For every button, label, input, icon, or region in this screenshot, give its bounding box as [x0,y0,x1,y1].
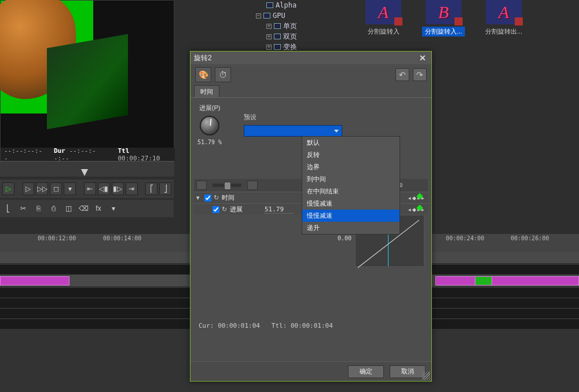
cancel-button[interactable]: 取消 [390,365,426,378]
paste-button[interactable]: ⎙ [47,203,59,214]
transport-bar: ▷ ▷ ▷▷ ◻ ▾ ⇤ ◁▮ ▮▷ ⇥ ⎡ ⎦ [0,179,174,198]
kf-progress-value[interactable]: 51.79 [265,206,294,214]
preset-label: 分割旋转入 [362,27,405,36]
expand-icon[interactable]: + [266,45,272,50]
playhead-icon[interactable] [81,169,88,176]
preset-option[interactable]: 边界 [302,161,400,173]
preset-letter: A [365,0,401,24]
preset-option[interactable]: 递升 [302,222,400,234]
scale-bot: 0.00 [319,235,351,241]
delete-button[interactable]: ⌫ [78,203,89,214]
fast-forward-button[interactable]: ▷▷ [36,182,48,195]
title-preset-item[interactable]: A 分割旋转入 [362,0,405,43]
preview-tc-left: --:--:--:-- [4,147,43,162]
loop-icon[interactable]: ↻ [222,206,230,213]
step-fwd-button[interactable]: ▮▷ [112,182,124,195]
preview-scrubber[interactable] [0,161,174,177]
preset-option[interactable]: 到中间 [302,173,400,185]
edit-toolbar: ⎣ ✂ ⎘ ⎙ ◫ ⌫ fx ▾ [0,200,174,217]
expand-icon[interactable]: + [266,34,272,39]
keyframe-icon[interactable] [416,204,423,211]
mark-out-button[interactable]: ⎦ [159,182,171,195]
fx-button[interactable]: fx [93,203,104,214]
copy-button[interactable]: ⎘ [32,203,44,214]
prev-edit-button[interactable]: ⇤ [84,182,96,195]
preset-dropdown[interactable]: 默认反转边界到中间在中间结束慢慢减速慢慢减速递升 [302,136,400,235]
ruler-tick-label: 00:00:12:00 [38,235,76,241]
keyframe-icon[interactable] [416,193,423,199]
kf-progress-checkbox[interactable] [212,206,219,213]
preset-option[interactable]: 慢慢减速 [302,197,400,210]
play-in-out-button[interactable]: ▷ [23,182,35,195]
dialog-footer: 确定 取消 [190,361,431,381]
folder-icon [274,34,281,39]
ok-button[interactable]: 确定 [348,365,384,378]
loop-button[interactable]: ◻ [50,182,62,195]
palette-button[interactable]: 🎨 [195,67,211,82]
folder-icon [263,13,270,19]
title-preset-item[interactable]: A 分割旋转出... [482,0,525,43]
kf-next-button[interactable] [247,181,258,190]
progress-label: 进展(P) [199,104,221,112]
preset-letter: A [486,0,522,24]
tree-item[interactable]: +双页 [243,31,342,42]
mark-in-button[interactable]: ⎡ [145,182,157,195]
preset-label: 预设 [244,113,424,122]
preset-label: 分割旋转出... [482,27,525,36]
set-in-button[interactable]: ⎣ [2,203,14,214]
ruler-tick-label: 00:00:26:00 [511,235,549,241]
preview-transition [47,34,128,130]
progress-knob[interactable] [200,116,219,135]
preview-monitor: --:--:--:-- Dur --:--:--:-- Ttl 00:00:27… [0,0,174,161]
preset-label: 分割旋转入... [422,27,465,36]
fx-menu-button[interactable]: ▾ [108,203,119,214]
dropdown-button[interactable]: ▾ [64,182,76,195]
loop-icon[interactable]: ↻ [214,194,222,202]
effects-tree[interactable]: Alpha −GPU +单页 +双页 +变换 [243,0,342,53]
preset-letter: B [426,0,461,24]
tab-time[interactable]: 时间 [194,85,219,97]
undo-button[interactable]: ↶ [395,68,409,81]
step-back-button[interactable]: ◁▮ [98,182,110,195]
title-preset-item[interactable]: B 分割旋转入... [422,0,465,43]
tree-item[interactable]: −GPU [243,10,342,21]
ripple-button[interactable]: ◫ [63,203,74,214]
folder-icon [274,23,281,29]
cut-tool-button[interactable]: ✂ [17,203,29,214]
dialog-title: 旋转2 [194,53,212,63]
kf-zoom-slider[interactable] [212,184,241,187]
tree-item[interactable]: Alpha [243,0,342,10]
video-clip[interactable] [435,276,579,285]
redo-button[interactable]: ↷ [413,68,427,81]
collapse-icon[interactable]: − [256,13,261,19]
preset-option[interactable]: 慢慢减速 [302,210,400,222]
kf-time-checkbox[interactable] [204,195,211,202]
play-button[interactable]: ▷ [2,182,14,195]
next-edit-button[interactable]: ⇥ [126,182,138,195]
preset-option[interactable]: 默认 [302,137,400,149]
resize-grip-icon[interactable] [422,372,430,380]
progress-percent: 51.79 % [197,139,222,145]
transition-clip[interactable] [475,276,492,285]
kf-row-name: 时间 [222,193,256,202]
dialog-toolbar: 🎨 ⏱ ↶ ↷ [190,64,431,85]
preset-combobox[interactable] [244,125,342,137]
ruler-tick-label: 00:00:14:00 [103,235,141,241]
close-button[interactable]: ✕ [417,53,428,63]
preset-option[interactable]: 反转 [302,149,400,161]
dur-label: Dur [54,147,65,155]
preset-option[interactable]: 在中间结束 [302,185,400,197]
kf-prev-button[interactable] [196,181,207,190]
collapse-icon[interactable]: ▾ [196,194,202,202]
title-presets: A 分割旋转入 B 分割旋转入... A 分割旋转出... [362,0,570,43]
video-clip[interactable] [0,276,69,285]
tree-item[interactable]: +单页 [243,21,342,31]
clock-button[interactable]: ⏱ [215,67,231,82]
dialog-titlebar[interactable]: 旋转2 ✕ [190,52,431,64]
expand-icon[interactable]: + [266,24,272,29]
preview-info-bar: --:--:--:-- Dur --:--:--:-- Ttl 00:00:27… [1,148,175,162]
ttl-label: Ttl [118,147,129,155]
kf-status: Cur: 00:00:01:04 Ttl: 00:00:01:04 [199,322,333,329]
ruler-tick-label: 00:00:24:00 [446,235,484,241]
dialog-tabbar: 时间 [190,85,431,98]
